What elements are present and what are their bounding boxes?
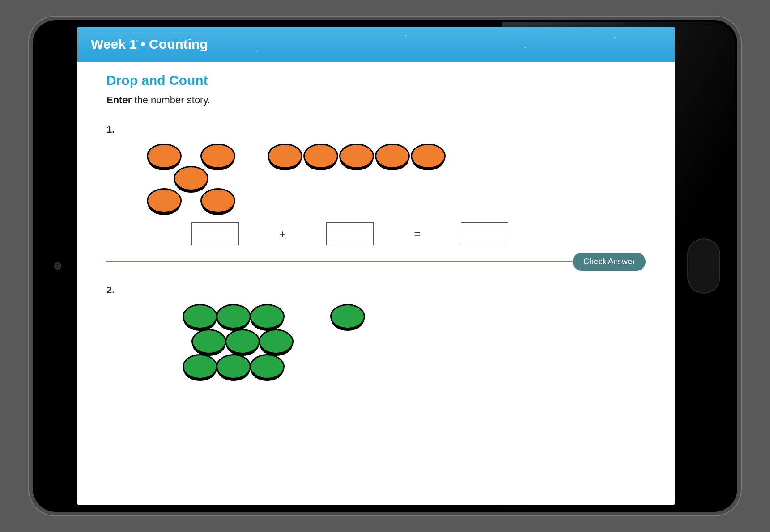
page-title: Drop and Count xyxy=(106,73,646,88)
q1-check-row: Check Answer xyxy=(106,253,646,271)
q2-counter-area xyxy=(106,304,646,380)
stage: Week 1 • Counting Drop and Count Enter t… xyxy=(0,0,770,532)
question-2-number: 2. xyxy=(106,284,646,296)
counter-icon[interactable] xyxy=(339,144,374,169)
counter-icon[interactable] xyxy=(250,304,285,329)
q1-group-a xyxy=(147,144,236,211)
counter-icon[interactable] xyxy=(330,304,365,329)
equals-icon: = xyxy=(414,227,421,241)
counter-icon[interactable] xyxy=(268,144,302,169)
check-answer-button[interactable]: Check Answer xyxy=(573,253,646,271)
tablet-camera-icon xyxy=(54,262,61,270)
counter-icon[interactable] xyxy=(225,329,260,354)
q1-group-b xyxy=(268,144,446,169)
counter-icon[interactable] xyxy=(250,354,285,379)
q2-group-a xyxy=(178,304,285,380)
instructions: Enter the number story. xyxy=(106,94,646,106)
header-title: Week 1 • Counting xyxy=(91,37,208,51)
app-screen: Week 1 • Counting Drop and Count Enter t… xyxy=(77,27,675,505)
plus-icon: + xyxy=(279,227,286,241)
question-1: 1. xyxy=(106,124,646,271)
instructions-rest: the number story. xyxy=(132,94,210,106)
counter-icon[interactable] xyxy=(200,188,235,213)
q1-equation: + = xyxy=(106,222,646,245)
q1-sum-input[interactable] xyxy=(461,222,508,245)
counter-icon[interactable] xyxy=(259,329,294,354)
tablet-home-button[interactable] xyxy=(687,238,720,294)
counter-icon[interactable] xyxy=(216,304,251,329)
counter-icon[interactable] xyxy=(183,304,217,329)
question-1-number: 1. xyxy=(106,124,646,135)
counter-icon[interactable] xyxy=(216,354,251,379)
q1-addend-b-input[interactable] xyxy=(326,222,374,245)
counter-icon[interactable] xyxy=(200,144,235,169)
q1-counter-area xyxy=(106,144,646,211)
instructions-bold: Enter xyxy=(106,94,132,106)
counter-icon[interactable] xyxy=(147,144,182,169)
counter-icon[interactable] xyxy=(147,188,182,213)
counter-icon[interactable] xyxy=(183,354,217,379)
question-2: 2. xyxy=(106,284,646,380)
counter-icon[interactable] xyxy=(174,166,208,191)
counter-icon[interactable] xyxy=(191,329,226,354)
header-banner: Week 1 • Counting xyxy=(77,27,675,62)
counter-icon[interactable] xyxy=(375,144,410,169)
counter-icon[interactable] xyxy=(303,144,338,169)
tablet-shell: Week 1 • Counting Drop and Count Enter t… xyxy=(33,20,737,512)
tablet-shell-outer: Week 1 • Counting Drop and Count Enter t… xyxy=(28,16,742,516)
worksheet-body: Drop and Count Enter the number story. 1… xyxy=(77,62,675,505)
q2-group-b xyxy=(330,304,365,329)
q1-addend-a-input[interactable] xyxy=(191,222,239,245)
counter-icon[interactable] xyxy=(411,144,446,169)
